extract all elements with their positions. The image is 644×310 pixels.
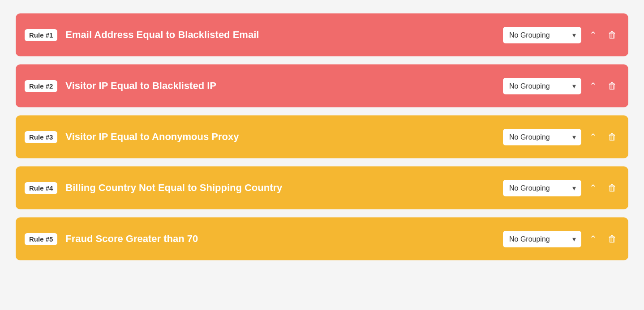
rule-up-button-1[interactable]: ⌃ [587,29,600,41]
rule-label-3: Visitor IP Equal to Anonymous Proxy [65,131,503,143]
rule-badge-4: Rule #4 [25,182,57,194]
rule-label-5: Fraud Score Greater than 70 [65,233,503,245]
rule-up-button-5[interactable]: ⌃ [587,233,600,245]
rule-label-2: Visitor IP Equal to Blacklisted IP [65,80,503,92]
grouping-select-4[interactable]: No GroupingGroup AGroup BGroup C [503,180,581,196]
rule-delete-button-1[interactable]: 🗑 [605,29,619,41]
grouping-select-5[interactable]: No GroupingGroup AGroup BGroup C [503,231,581,247]
rule-controls-3: No GroupingGroup AGroup BGroup C⌃🗑 [503,129,619,145]
rule-badge-1: Rule #1 [25,29,57,41]
rule-badge-3: Rule #3 [25,131,57,143]
rule-controls-4: No GroupingGroup AGroup BGroup C⌃🗑 [503,180,619,196]
rule-delete-button-3[interactable]: 🗑 [605,131,619,143]
rule-row-5: Rule #5Fraud Score Greater than 70No Gro… [16,217,628,260]
rule-row-1: Rule #1Email Address Equal to Blackliste… [16,13,628,56]
rule-badge-2: Rule #2 [25,80,57,92]
grouping-select-wrapper-5: No GroupingGroup AGroup BGroup C [503,231,581,247]
rule-controls-1: No GroupingGroup AGroup BGroup C⌃🗑 [503,27,619,43]
grouping-select-1[interactable]: No GroupingGroup AGroup BGroup C [503,27,581,43]
grouping-select-wrapper-3: No GroupingGroup AGroup BGroup C [503,129,581,145]
grouping-select-2[interactable]: No GroupingGroup AGroup BGroup C [503,78,581,94]
grouping-select-wrapper-1: No GroupingGroup AGroup BGroup C [503,27,581,43]
rule-row-4: Rule #4Billing Country Not Equal to Ship… [16,166,628,209]
grouping-select-3[interactable]: No GroupingGroup AGroup BGroup C [503,129,581,145]
rule-up-button-3[interactable]: ⌃ [587,131,600,143]
rule-delete-button-4[interactable]: 🗑 [605,182,619,194]
rule-controls-5: No GroupingGroup AGroup BGroup C⌃🗑 [503,231,619,247]
rule-label-4: Billing Country Not Equal to Shipping Co… [65,182,503,194]
rule-up-button-4[interactable]: ⌃ [587,182,600,194]
grouping-select-wrapper-2: No GroupingGroup AGroup BGroup C [503,78,581,94]
rule-controls-2: No GroupingGroup AGroup BGroup C⌃🗑 [503,78,619,94]
grouping-select-wrapper-4: No GroupingGroup AGroup BGroup C [503,180,581,196]
rule-badge-5: Rule #5 [25,233,57,245]
rule-delete-button-5[interactable]: 🗑 [605,233,619,245]
rule-row-3: Rule #3Visitor IP Equal to Anonymous Pro… [16,115,628,158]
rule-label-1: Email Address Equal to Blacklisted Email [65,29,503,41]
rule-row-2: Rule #2Visitor IP Equal to Blacklisted I… [16,64,628,107]
rules-container: Rule #1Email Address Equal to Blackliste… [9,9,635,265]
rule-delete-button-2[interactable]: 🗑 [605,80,619,92]
rule-up-button-2[interactable]: ⌃ [587,80,600,92]
